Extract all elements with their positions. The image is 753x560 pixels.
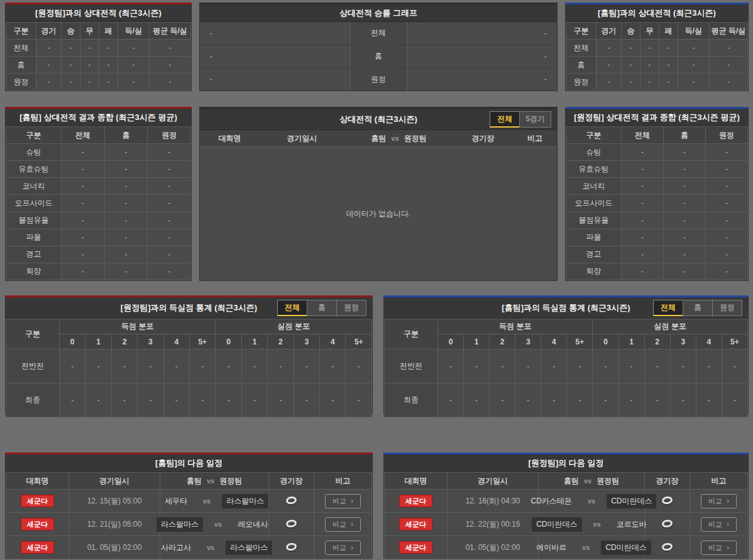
cell: - (118, 40, 150, 57)
panel-title-text: [원정팀]과의 득실점 통계 (최근3시즌) (121, 302, 257, 314)
match-teams: 사라고사vs라스팔마스 (160, 541, 268, 555)
cell: - (622, 229, 664, 246)
chevron-right-icon: › (351, 498, 353, 505)
table-row: 전반전 ------ ------ (385, 349, 748, 383)
row-label: 볼점유율 (566, 212, 622, 229)
group-header-conceded: 실점 분포 (593, 319, 748, 334)
schedule-row: 세군다 12. 22(월) 00:15 CD미란데스vs코르도바 비교› (385, 513, 748, 536)
cell: - (320, 383, 346, 417)
col-header-datetime: 경기일시 (448, 473, 539, 490)
col-header-away: 원정팀 (219, 476, 242, 485)
table-row: 홈 - - - - - - (6, 57, 191, 74)
home-team: CD미란데스 (532, 517, 581, 532)
tab-home[interactable]: 홈 (683, 300, 713, 316)
stadium-icon[interactable] (661, 495, 673, 505)
col-header-stadium: 경기장 (645, 473, 690, 490)
stadium-icon[interactable] (285, 542, 297, 551)
row-label: 파울 (6, 229, 62, 246)
list-header: 대회명 경기일시 홈팀vs원정팀 경기장 비고 (200, 130, 557, 147)
tab-home[interactable]: 홈 (307, 300, 337, 316)
vs-label: vs (209, 520, 227, 528)
col-header: 무 (640, 23, 659, 40)
cell: - (622, 246, 664, 263)
cell: - (104, 263, 148, 280)
compare-button[interactable]: 비교› (701, 541, 737, 555)
stadium-icon[interactable] (285, 519, 297, 528)
cell: - (622, 57, 640, 74)
cell: - (60, 383, 85, 417)
graph-row: - 전체 - (200, 22, 557, 45)
col-header: 경기 (36, 23, 62, 40)
group-header-conceded: 실점 분포 (216, 319, 372, 334)
bin-header: 3 (515, 334, 541, 349)
compare-button[interactable]: 비교› (325, 541, 361, 555)
chevron-right-icon: › (351, 521, 353, 528)
group-header-scored: 득점 분포 (438, 319, 593, 334)
compare-button[interactable]: 비교› (701, 517, 737, 532)
chevron-right-icon: › (727, 498, 729, 505)
chevron-right-icon: › (351, 544, 353, 551)
stadium-icon[interactable] (661, 542, 673, 551)
bin-header: 4 (696, 334, 722, 349)
table-row: 퇴장--- (566, 263, 748, 280)
panel-title: [원정팀]의 다음 일정 (384, 454, 748, 472)
cell: - (241, 349, 267, 383)
cell: - (99, 57, 118, 74)
row-label: 퇴장 (566, 263, 622, 280)
cell: - (640, 57, 659, 74)
row-label: 퇴장 (6, 263, 62, 280)
cell: - (62, 74, 80, 91)
cell: - (104, 212, 148, 229)
col-header-note: 비고 (690, 473, 748, 490)
graph-right-value: - (407, 68, 558, 91)
cell: - (664, 212, 706, 229)
cell: - (659, 57, 678, 74)
cell: - (706, 212, 748, 229)
compare-button[interactable]: 비교› (701, 494, 737, 508)
cell: - (696, 383, 722, 417)
cell: - (118, 74, 150, 91)
col-header: 득/실 (118, 23, 150, 40)
cell: - (163, 349, 189, 383)
bin-header: 5+ (190, 334, 216, 349)
bin-header: 1 (241, 334, 267, 349)
row-label: 전반전 (385, 349, 438, 383)
tab-all[interactable]: 전체 (277, 300, 307, 316)
cell: - (664, 144, 706, 161)
tab-all[interactable]: 전체 (490, 111, 520, 128)
away-team: CD미란데스 (601, 541, 651, 555)
panel-goal-stats-home: [홈팀]과의 득실점 통계 (최근3시즌) 전체 홈 원정 구분 득점 분포 실… (383, 295, 749, 415)
cell: - (722, 349, 747, 383)
compare-button[interactable]: 비교› (325, 517, 361, 532)
col-header: 경기 (596, 23, 622, 40)
tab-away[interactable]: 원정 (712, 300, 742, 316)
chevron-right-icon: › (727, 521, 729, 528)
cell: - (148, 144, 191, 161)
stadium-icon[interactable] (661, 519, 673, 528)
cell: - (706, 195, 748, 212)
home-team: 에이바르 (532, 541, 571, 555)
table-row: 최종 ------ ------ (385, 383, 748, 417)
stadium-icon[interactable] (285, 495, 297, 505)
cell: - (36, 74, 62, 91)
panel-title-text: [원정팀]의 다음 일정 (529, 458, 604, 469)
cell: - (346, 383, 372, 417)
cell: - (294, 383, 319, 417)
tab-all[interactable]: 전체 (653, 300, 683, 316)
panel-title: [원정팀]과의 득실점 통계 (최근3시즌) 전체 홈 원정 (6, 297, 372, 319)
match-teams: 라스팔마스vs레오네사 (160, 517, 268, 532)
tab-last5[interactable]: 5경기 (519, 111, 551, 128)
row-label: 슈팅 (6, 144, 62, 161)
col-header: 승 (62, 23, 80, 40)
cell: - (148, 161, 191, 178)
graph-left-value: - (200, 22, 351, 45)
cell: - (644, 383, 670, 417)
graph-right-value: - (407, 45, 558, 68)
cell: - (148, 178, 191, 195)
row-label: 경고 (6, 246, 62, 263)
tab-away[interactable]: 원정 (336, 300, 366, 316)
compare-button[interactable]: 비교› (325, 494, 361, 508)
away-team: 코르도바 (612, 517, 651, 532)
col-header-stadium: 경기장 (453, 133, 513, 144)
cell: - (706, 178, 748, 195)
